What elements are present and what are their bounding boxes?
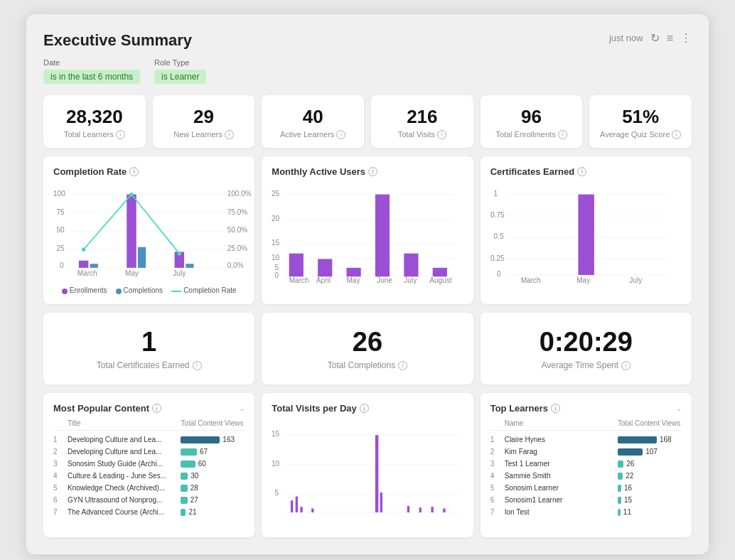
info-icon[interactable]: i <box>116 130 125 139</box>
table-row: 5 Sonosim Learner 16 <box>490 482 682 494</box>
kpi-new-learners-value: 29 <box>161 107 247 127</box>
svg-text:25: 25 <box>56 244 65 252</box>
svg-point-21 <box>82 247 86 252</box>
info-icon[interactable]: i <box>577 167 586 176</box>
svg-text:July: July <box>629 276 643 284</box>
role-filter: Role Type is Learner <box>154 58 206 84</box>
total-visits-chart: Total Visits per Day i 15 10 5 <box>262 393 473 537</box>
stats-row: 1 Total Certificates Earned i 26 Total C… <box>43 313 692 384</box>
total-visits-svg: 15 10 5 <box>272 421 463 524</box>
table-row: 2 Kim Farag 107 <box>490 446 682 458</box>
info-icon[interactable]: i <box>152 404 161 413</box>
info-icon[interactable]: i <box>368 167 377 176</box>
svg-point-23 <box>177 251 181 255</box>
total-certificates-card: 1 Total Certificates Earned i <box>43 313 254 384</box>
refresh-icon[interactable]: ↻ <box>650 31 660 45</box>
svg-text:75.0%: 75.0% <box>227 208 248 215</box>
svg-text:20: 20 <box>272 214 280 222</box>
most-popular-rows: 1 Developing Culture and Lea... 163 2 De… <box>53 434 245 518</box>
svg-text:July: July <box>404 276 418 284</box>
info-icon[interactable]: i <box>225 130 234 139</box>
completion-rate-legend: Enrollments Completions Completion Rate <box>53 286 245 294</box>
svg-rect-18 <box>90 264 98 268</box>
top-learners-rows: 1 Claire Hynes 168 2 Kim Farag 107 3 Tes… <box>490 434 682 518</box>
table-row: 5 Knowledge Check (Archived)... 28 <box>53 482 245 494</box>
date-filter: Date is in the last 6 months <box>43 58 140 84</box>
svg-text:0: 0 <box>60 261 64 269</box>
svg-rect-20 <box>186 264 193 268</box>
table-row: 4 Sammie Smith 22 <box>490 470 682 482</box>
svg-rect-15 <box>79 260 88 267</box>
info-icon[interactable]: i <box>336 130 345 139</box>
svg-point-22 <box>129 192 134 196</box>
top-learners-col-headers: Name Total Content Views <box>490 419 682 431</box>
svg-text:50.0%: 50.0% <box>227 226 248 234</box>
svg-text:0.25: 0.25 <box>490 254 505 262</box>
info-icon[interactable]: i <box>398 361 407 370</box>
kpi-active-learners-value: 40 <box>270 107 355 127</box>
sort-icon[interactable]: ⌄ <box>676 404 682 412</box>
date-filter-badge[interactable]: is in the last 6 months <box>43 70 140 84</box>
kpi-total-learners-label: Total Learners i <box>52 130 137 139</box>
info-icon[interactable]: i <box>672 130 681 139</box>
kpi-total-enrollments-value: 96 <box>489 107 574 127</box>
more-icon[interactable]: ⋮ <box>680 31 692 45</box>
info-icon[interactable]: i <box>558 130 567 139</box>
date-filter-label: Date <box>43 58 140 67</box>
svg-text:0.5: 0.5 <box>493 232 503 240</box>
charts-row: Completion Rate i 100 75 50 25 0 100.0% … <box>43 156 692 305</box>
completion-rate-title: Completion Rate i <box>53 166 245 177</box>
svg-text:15: 15 <box>272 431 280 438</box>
completion-rate-svg: 100 75 50 25 0 100.0% 75.0% 50.0% 25.0% … <box>53 184 245 280</box>
svg-text:25: 25 <box>272 189 280 197</box>
sort-icon[interactable]: ⌄ <box>239 404 245 412</box>
svg-text:March: March <box>77 269 97 277</box>
svg-text:April: April <box>316 276 331 284</box>
info-icon[interactable]: i <box>193 361 202 370</box>
svg-text:June: June <box>377 276 392 284</box>
svg-rect-39 <box>289 253 304 276</box>
bottom-row: Most Popular Content i ⌄ Title Total Con… <box>43 393 692 537</box>
kpi-avg-quiz-score-value: 51% <box>598 107 683 127</box>
svg-rect-74 <box>291 500 293 512</box>
svg-rect-40 <box>318 259 332 276</box>
svg-rect-76 <box>301 507 303 512</box>
svg-rect-79 <box>380 492 382 512</box>
kpi-active-learners: 40 Active Learners i <box>262 95 364 148</box>
info-icon[interactable]: i <box>129 167 139 176</box>
svg-text:5: 5 <box>275 490 279 497</box>
info-icon[interactable]: i <box>621 361 631 370</box>
svg-rect-42 <box>375 194 390 276</box>
certificates-svg: 1 0.75 0.5 0.25 0 March May July <box>490 184 682 280</box>
avg-time-card: 0:20:29 Average Time Spent i <box>481 313 692 384</box>
dashboard: Executive Summary just now ↻ ≡ ⋮ Date is… <box>26 14 709 554</box>
page-title: Executive Summary <box>43 31 192 50</box>
table-row: 2 Developing Culture and Lea... 67 <box>53 446 245 458</box>
info-icon[interactable]: i <box>437 130 446 139</box>
total-visits-title: Total Visits per Day i <box>272 403 463 414</box>
role-filter-badge[interactable]: is Learner <box>154 70 206 84</box>
total-certificates-label: Total Certificates Earned i <box>55 360 243 370</box>
top-learners-header: Top Learners i ⌄ <box>490 403 682 414</box>
filter-icon[interactable]: ≡ <box>667 32 673 45</box>
svg-text:August: August <box>430 276 453 284</box>
svg-rect-75 <box>296 497 298 512</box>
svg-rect-80 <box>407 506 409 512</box>
monthly-active-users-title: Monthly Active Users i <box>272 166 463 177</box>
total-certificates-value: 1 <box>55 327 243 357</box>
certificates-earned-title: Certificates Earned i <box>490 166 682 177</box>
total-completions-value: 26 <box>273 327 461 357</box>
svg-text:1: 1 <box>493 189 498 197</box>
table-row: 1 Claire Hynes 168 <box>490 434 682 446</box>
svg-text:50: 50 <box>56 226 65 234</box>
kpi-total-enrollments: 96 Total Enrollments i <box>481 95 583 148</box>
svg-text:May: May <box>576 276 591 284</box>
svg-rect-41 <box>347 267 361 276</box>
svg-text:100.0%: 100.0% <box>227 189 252 197</box>
info-icon[interactable]: i <box>360 404 369 413</box>
avg-time-label: Average Time Spent i <box>492 360 680 370</box>
svg-text:March: March <box>289 276 309 284</box>
info-icon[interactable]: i <box>551 404 560 413</box>
table-row: 6 Sonosim1 Learner 15 <box>490 494 682 506</box>
svg-rect-16 <box>127 194 136 267</box>
